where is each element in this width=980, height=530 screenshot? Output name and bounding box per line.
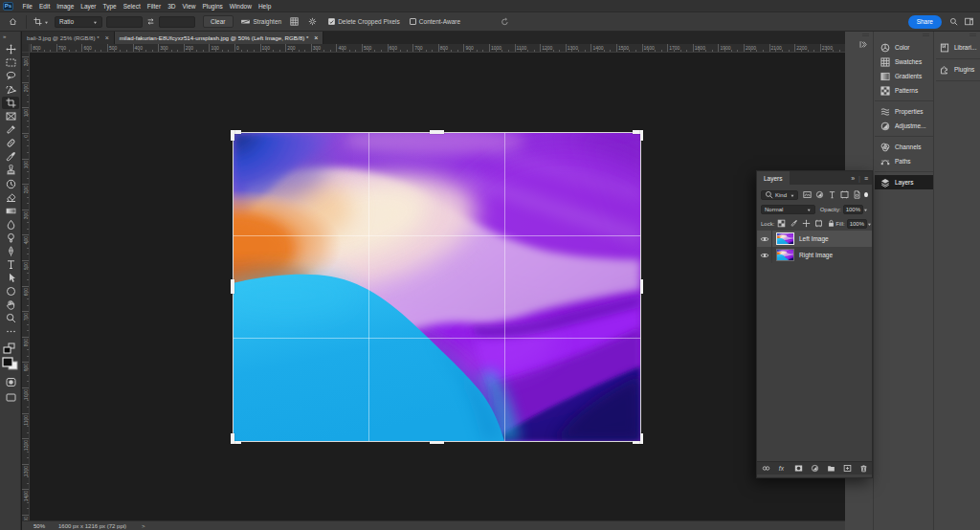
- dock-panel-adjustme-[interactable]: Adjustme...: [875, 119, 933, 133]
- ruler-corner[interactable]: [22, 44, 30, 53]
- new-adjustment-layer-icon[interactable]: [811, 464, 819, 473]
- canvas-area[interactable]: [30, 53, 845, 520]
- crop-handle-bottom[interactable]: [430, 441, 444, 445]
- fill-chevron-icon[interactable]: ▼: [867, 221, 872, 226]
- toolbar-expand-icon[interactable]: »: [3, 33, 6, 39]
- vertical-ruler[interactable]: 3002001000100200300400500600700800900100…: [22, 53, 30, 520]
- zoom-level-field[interactable]: 50%: [33, 523, 45, 529]
- menu-view[interactable]: View: [179, 0, 199, 12]
- panel-resize-grip[interactable]: [757, 475, 872, 477]
- chevron-down-icon[interactable]: ▼: [44, 19, 49, 24]
- document-tab[interactable]: bali-3.jpg @ 25% (RGB/8) *×: [22, 32, 115, 44]
- filter-adjustment-layers-icon[interactable]: [815, 190, 824, 199]
- layer-filter-kind-select[interactable]: Kind ▼: [761, 190, 798, 200]
- quick-mask-icon[interactable]: [2, 376, 19, 388]
- menu-filter[interactable]: Filter: [144, 0, 164, 12]
- dock-panel-swatches[interactable]: Swatches: [875, 55, 933, 69]
- panel-menu-icon[interactable]: ≡: [864, 175, 868, 182]
- opacity-chevron-icon[interactable]: ▼: [863, 207, 868, 211]
- lock-position-icon[interactable]: [802, 219, 811, 228]
- healing-tool[interactable]: [2, 137, 19, 149]
- document-tab[interactable]: milad-fakurian-E8Ufcyxz514-unsplash.jpg …: [115, 32, 324, 44]
- foreground-background-swatches[interactable]: [2, 357, 19, 372]
- filter-type-layers-icon[interactable]: [828, 190, 836, 199]
- eraser-tool[interactable]: [2, 191, 19, 204]
- tab-close-icon[interactable]: ×: [105, 34, 109, 41]
- menu-plugins[interactable]: Plugins: [199, 0, 226, 12]
- move-tool[interactable]: [2, 43, 19, 55]
- dock-panel-properties[interactable]: Properties: [875, 104, 933, 119]
- add-layer-mask-icon[interactable]: [794, 464, 803, 473]
- blend-mode-select[interactable]: Normal ▼: [761, 205, 815, 214]
- gradient-tool[interactable]: [2, 205, 19, 217]
- crop-tool[interactable]: [2, 97, 19, 109]
- layer-thumbnail[interactable]: [776, 249, 794, 261]
- crop-tool-preset-icon[interactable]: [33, 17, 42, 26]
- crop-handle-left[interactable]: [231, 279, 234, 294]
- layer-thumbnail[interactable]: [776, 232, 794, 245]
- straighten-icon[interactable]: [241, 17, 250, 26]
- status-popup-chevron[interactable]: >: [142, 523, 145, 529]
- crop-width-input[interactable]: [106, 16, 143, 28]
- crop-height-input[interactable]: [159, 16, 195, 28]
- content-aware-checkbox[interactable]: Content-Aware: [410, 18, 460, 25]
- crop-handle-top-left[interactable]: [231, 130, 234, 141]
- filter-image-layers-icon[interactable]: [803, 190, 812, 199]
- layer-name[interactable]: Left Image: [799, 235, 829, 242]
- search-icon[interactable]: [949, 17, 958, 26]
- eyedropper-tool[interactable]: [2, 123, 19, 136]
- screen-mode-icon[interactable]: [2, 391, 19, 404]
- object-selection-tool[interactable]: [2, 83, 19, 96]
- clone-stamp-tool[interactable]: [2, 164, 19, 176]
- dock-panel-patterns[interactable]: Patterns: [875, 83, 933, 98]
- lasso-tool[interactable]: [2, 70, 19, 82]
- menu-select[interactable]: Select: [120, 0, 144, 12]
- menu-type[interactable]: Type: [100, 0, 120, 12]
- ellipsis-tool[interactable]: [2, 325, 19, 338]
- dock-panel-color[interactable]: Color: [875, 40, 933, 55]
- layer-visibility-eye-icon[interactable]: [757, 247, 772, 263]
- horizontal-ruler[interactable]: 8007006005004003002001000100200300400500…: [30, 44, 845, 53]
- menu-layer[interactable]: Layer: [78, 0, 100, 12]
- brush-tool[interactable]: [2, 150, 19, 163]
- path-select-tool[interactable]: [2, 272, 19, 284]
- crop-settings-gear-icon[interactable]: [308, 17, 317, 26]
- fill-input[interactable]: 100%: [847, 219, 867, 229]
- dock-panel-gradients[interactable]: Gradients: [875, 69, 933, 83]
- delete-layer-icon[interactable]: [859, 464, 868, 473]
- crop-handle-bottom-left[interactable]: [231, 433, 234, 444]
- dock-panel-layers[interactable]: Layers: [875, 175, 933, 189]
- new-group-icon[interactable]: [827, 464, 835, 473]
- layer-visibility-eye-icon[interactable]: [757, 231, 772, 247]
- dock-panel-paths[interactable]: Paths: [875, 154, 933, 168]
- zoom-tool[interactable]: [2, 312, 19, 324]
- workspace-switcher-icon[interactable]: [965, 17, 973, 26]
- delete-cropped-pixels-checkbox[interactable]: Delete Cropped Pixels: [328, 18, 400, 25]
- blur-tool[interactable]: [2, 218, 19, 231]
- tab-close-icon[interactable]: ×: [314, 34, 318, 41]
- lock-image-pixels-icon[interactable]: [790, 219, 798, 228]
- crop-overlay-grid-icon[interactable]: [290, 17, 299, 26]
- lock-artboard-icon[interactable]: [814, 219, 823, 228]
- expand-panels-icon[interactable]: [858, 40, 867, 49]
- dock-panel-plugins[interactable]: Plugins: [936, 62, 980, 77]
- marquee-tool[interactable]: [2, 56, 19, 69]
- share-button[interactable]: Share: [908, 15, 942, 29]
- layer-name[interactable]: Right Image: [799, 252, 833, 258]
- menu-file[interactable]: File: [19, 0, 35, 12]
- menu-3d[interactable]: 3D: [165, 0, 179, 12]
- collapse-panel-icon[interactable]: »: [851, 175, 855, 182]
- straighten-label[interactable]: Straighten: [254, 18, 282, 25]
- crop-box[interactable]: [234, 133, 640, 441]
- crop-handle-right[interactable]: [640, 279, 644, 294]
- filter-smart-object-icon[interactable]: [853, 190, 861, 199]
- swap-dimensions-icon[interactable]: [146, 17, 155, 26]
- filter-shape-layers-icon[interactable]: [840, 190, 849, 199]
- frame-tool[interactable]: [2, 110, 19, 122]
- filter-toggle-icon[interactable]: [864, 192, 868, 197]
- new-layer-icon[interactable]: [843, 464, 852, 473]
- reset-crop-icon[interactable]: [501, 17, 509, 26]
- crop-handle-top-right[interactable]: [640, 130, 644, 141]
- menu-help[interactable]: Help: [255, 0, 274, 12]
- lock-transparent-pixels-icon[interactable]: [777, 219, 786, 228]
